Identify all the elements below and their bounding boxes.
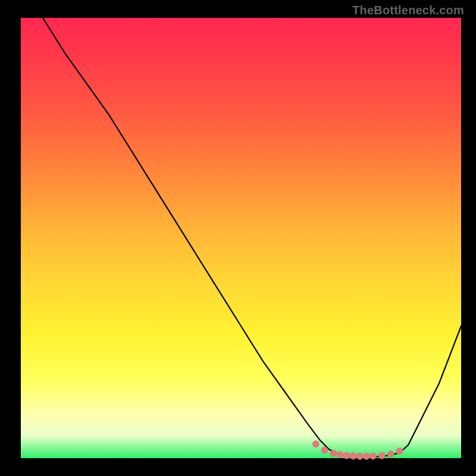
- highlight-dot: [370, 453, 377, 459]
- main-curve: [43, 18, 461, 457]
- highlight-dot: [343, 452, 350, 459]
- highlight-dot: [350, 453, 356, 459]
- highlight-dot: [312, 441, 319, 447]
- dot-group: [312, 441, 403, 459]
- curve-svg: [21, 18, 461, 458]
- highlight-dot: [356, 453, 363, 459]
- chart-frame: TheBottleneck.com: [0, 0, 476, 476]
- highlight-dot: [363, 453, 369, 459]
- highlight-dot: [321, 447, 328, 453]
- highlight-dot: [396, 448, 403, 455]
- highlight-dot: [330, 450, 337, 456]
- plot-area: [21, 18, 461, 458]
- highlight-dot: [387, 451, 394, 458]
- highlight-dot: [378, 452, 385, 459]
- highlight-dot: [337, 452, 343, 458]
- watermark-text: TheBottleneck.com: [352, 4, 464, 17]
